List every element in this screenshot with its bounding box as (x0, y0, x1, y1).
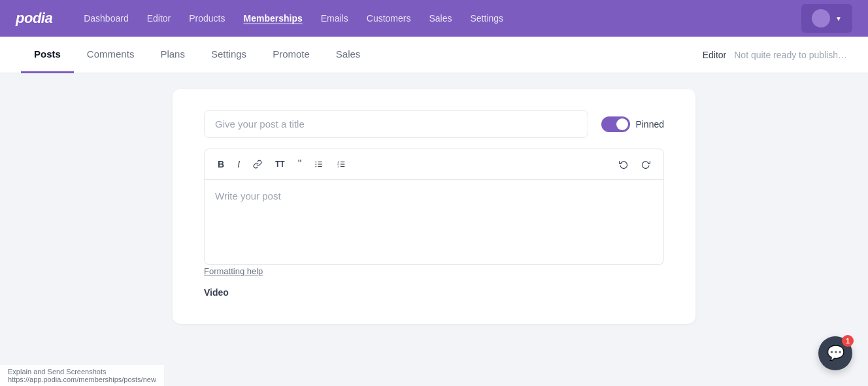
chat-badge: 1 (842, 335, 854, 347)
formatting-help-link[interactable]: Formatting help (204, 266, 263, 276)
post-editor-card: Pinned B I TT " (173, 89, 695, 324)
editor-toolbar: B I TT " (204, 149, 664, 180)
ordered-list-button[interactable]: 1 2 3 (331, 156, 351, 173)
nav-dashboard[interactable]: Dashboard (84, 13, 129, 24)
toggle-knob (616, 118, 628, 130)
nav-emails[interactable]: Emails (321, 13, 348, 24)
svg-text:3: 3 (338, 165, 340, 168)
pinned-label: Pinned (635, 119, 664, 130)
status-bar: Explain and Send Screenshots https://app… (0, 365, 164, 386)
tab-sales[interactable]: Sales (323, 37, 374, 73)
user-avatar (812, 9, 830, 27)
tab-plans[interactable]: Plans (147, 37, 198, 73)
pinned-toggle[interactable] (601, 116, 630, 132)
sub-navigation: Posts Comments Plans Settings Promote Sa… (0, 37, 868, 73)
bullet-list-button[interactable] (309, 156, 329, 173)
italic-button[interactable]: I (232, 155, 245, 173)
bold-button[interactable]: B (212, 155, 229, 173)
toolbar-right (614, 156, 656, 173)
tab-comments[interactable]: Comments (74, 37, 148, 73)
pinned-row: Pinned (601, 116, 664, 132)
tab-posts[interactable]: Posts (21, 37, 74, 73)
logo[interactable]: podia (16, 10, 52, 27)
post-content-editor[interactable]: Write your post (204, 180, 664, 265)
toolbar-left: B I TT " (212, 154, 351, 174)
svg-point-5 (316, 166, 317, 167)
tab-settings[interactable]: Settings (198, 37, 259, 73)
nav-editor[interactable]: Editor (147, 13, 171, 24)
nav-settings[interactable]: Settings (470, 13, 503, 24)
main-content: Pinned B I TT " (0, 73, 868, 386)
text-type-button[interactable]: TT (270, 156, 290, 173)
chevron-down-icon: ▼ (835, 15, 842, 22)
editor-label: Editor (703, 50, 727, 60)
post-title-input[interactable] (204, 110, 588, 138)
nav-sales[interactable]: Sales (429, 13, 452, 24)
video-label: Video (204, 287, 664, 298)
nav-links: Dashboard Editor Products Memberships Em… (84, 13, 780, 24)
svg-point-4 (316, 164, 317, 165)
editor-placeholder: Write your post (215, 190, 281, 202)
tab-promote[interactable]: Promote (259, 37, 323, 73)
not-ready-text: Not quite ready to publish… (734, 50, 847, 60)
quote-button[interactable]: " (293, 154, 307, 174)
redo-icon (641, 160, 650, 169)
nav-right: ▼ (801, 4, 852, 33)
sub-nav-tabs: Posts Comments Plans Settings Promote Sa… (21, 37, 703, 73)
link-icon (253, 160, 262, 169)
nav-memberships[interactable]: Memberships (244, 13, 303, 24)
redo-button[interactable] (636, 156, 656, 173)
undo-icon (619, 160, 628, 169)
svg-point-3 (316, 162, 317, 163)
status-url: https://app.podia.com/memberships/posts/… (8, 376, 156, 383)
top-navigation: podia Dashboard Editor Products Membersh… (0, 0, 868, 37)
video-section: Video (204, 287, 664, 298)
chat-bubble-button[interactable]: 💬 1 (818, 336, 852, 370)
chat-icon: 💬 (827, 345, 844, 362)
sub-nav-right: Editor Not quite ready to publish… (703, 50, 847, 60)
bullet-list-icon (314, 160, 324, 169)
nav-customers[interactable]: Customers (367, 13, 411, 24)
user-menu-button[interactable]: ▼ (801, 4, 852, 33)
ordered-list-icon: 1 2 3 (337, 160, 346, 169)
link-button[interactable] (248, 156, 267, 173)
undo-button[interactable] (614, 156, 633, 173)
status-text: Explain and Send Screenshots (8, 368, 106, 376)
nav-products[interactable]: Products (189, 13, 225, 24)
title-row: Pinned (204, 110, 664, 138)
